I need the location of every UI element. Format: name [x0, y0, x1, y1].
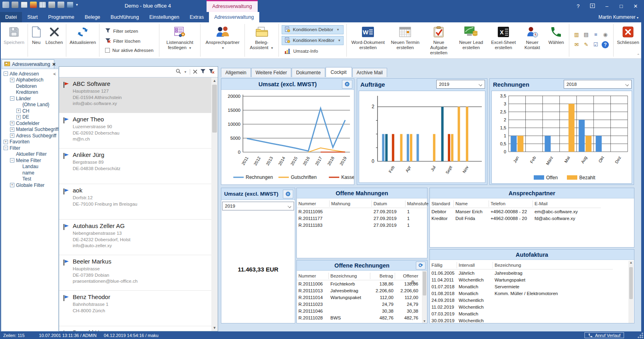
neu-button[interactable]: Neu: [29, 23, 44, 57]
print-icon[interactable]: [48, 2, 55, 8]
checklist-icon[interactable]: ☑: [592, 41, 599, 48]
anruf-verlauf-button[interactable]: Anruf Verlauf: [584, 332, 624, 338]
table-row[interactable]: R.20111013Jahresbeitrag2.206,602.206,60: [297, 287, 420, 294]
ansprechpartner-button[interactable]: Ansprechpartner▼: [202, 23, 243, 57]
tree-item--ohne-land-[interactable]: {Ohne Land}: [2, 102, 58, 108]
close-button[interactable]: ✕: [632, 3, 639, 9]
expand-icon[interactable]: +: [10, 127, 14, 132]
excel-sheet-button[interactable]: X Excel-Sheet erstellen: [487, 23, 520, 57]
collapse-icon[interactable]: −: [4, 71, 8, 76]
year-select[interactable]: 2019: [222, 202, 294, 210]
menu-belege[interactable]: Belege: [80, 12, 105, 22]
tab-cockpit[interactable]: Cockpit: [326, 67, 352, 77]
table-row[interactable]: KreditorDoll Frida+4962-00088 - 20fd@abc…: [430, 215, 601, 222]
beleg-assistent-button[interactable]: Beleg-Assistent ▼: [246, 23, 277, 57]
email-icon[interactable]: ✉: [573, 41, 580, 48]
listenansicht-button[interactable]: Listenansicht festlegen ▼: [161, 23, 199, 57]
waehlen-button[interactable]: Wählen: [545, 23, 568, 57]
table-row[interactable]: 07.03.2019Monatlich: [430, 310, 613, 317]
collapse-icon[interactable]: −: [10, 158, 14, 163]
nur-aktive-adressen-checkbox[interactable]: Nur aktive Adressen: [102, 47, 156, 54]
tree-item-de[interactable]: +DE: [2, 114, 58, 121]
umsatz-small-icon[interactable]: ▥: [573, 31, 580, 38]
notes-icon[interactable]: ✎: [582, 41, 590, 48]
address-list-item[interactable]: Autohaus Zeller AGNebengrabenstrasse 13D…: [59, 220, 211, 255]
scroll-down-icon[interactable]: ▼: [422, 319, 427, 323]
menu-adressverwaltung-active[interactable]: Adressverwaltung: [209, 12, 259, 22]
minimize-button[interactable]: –: [603, 3, 610, 9]
tree-item-favoriten[interactable]: +Favoriten: [2, 139, 58, 145]
filter-loeschen-button[interactable]: Filter löschen: [102, 37, 156, 45]
search-options-icon[interactable]: ▼: [184, 70, 187, 74]
chart-icon[interactable]: [30, 2, 37, 8]
clear-icon[interactable]: [193, 68, 197, 75]
expand-icon[interactable]: +: [10, 121, 14, 125]
year-select[interactable]: 2019: [436, 80, 485, 89]
filter-setzen-button[interactable]: Filter setzen: [102, 27, 156, 35]
menu-datei[interactable]: Datei: [0, 12, 22, 22]
address-list-item[interactable]: Agner TheoLuzernerstrasse 90DE-02692 Dob…: [59, 113, 211, 149]
user-menu[interactable]: Martin Kummerer ▾: [598, 12, 638, 23]
scroll-up-icon[interactable]: ▲: [211, 77, 218, 84]
table-row[interactable]: DebitorManser Erich+4962-00088 - 22em@ab…: [430, 208, 601, 215]
help-button[interactable]: ?: [574, 3, 582, 9]
tree-item-l-nder[interactable]: −Länder: [2, 95, 58, 102]
maximize-button[interactable]: □: [618, 3, 625, 9]
table-row[interactable]: 24.09.2018Wöchentlich: [430, 297, 613, 303]
neuen-termin-button[interactable]: Neuen Termin erstellen: [388, 23, 422, 57]
print-preview-icon[interactable]: [21, 2, 28, 8]
address-list-item[interactable]: Beeler MarkusHauptstrasseDE-07389 Dobian…: [59, 255, 211, 291]
pin-window-button[interactable]: [589, 3, 596, 9]
table-row[interactable]: R.2011109527.09.20191: [297, 208, 429, 215]
scroll-down-icon[interactable]: ▼: [211, 325, 218, 331]
grid-icon[interactable]: [39, 2, 46, 8]
collapse-icon[interactable]: −: [10, 96, 14, 101]
konditionen-debitor-button[interactable]: Konditionen Debitor▼: [282, 25, 344, 34]
table-scrollbar[interactable]: ▲: [628, 261, 634, 323]
tree-item-kreditoren[interactable]: Kreditoren: [2, 89, 58, 96]
toolbar-options-icon[interactable]: ▾: [76, 2, 78, 8]
tree-item-name[interactable]: name: [2, 170, 58, 176]
scroll-thumb[interactable]: [212, 85, 217, 133]
gear-icon[interactable]: ⚙: [342, 80, 352, 89]
tree-item-ch[interactable]: +CH: [2, 108, 58, 114]
tree-item-test[interactable]: Test: [2, 176, 58, 182]
tree-item-landau[interactable]: Landau: [2, 164, 58, 170]
umsatz-info-button[interactable]: Umsatz-Info: [282, 47, 344, 56]
resize-grip[interactable]: [638, 333, 643, 338]
menu-extras[interactable]: Extras: [185, 12, 209, 22]
tree-item-globale-filter[interactable]: +Globale Filter: [2, 182, 58, 188]
neue-aufgabe-button[interactable]: Neue Aufgabe erstellen: [422, 23, 455, 57]
search-icon[interactable]: [176, 68, 181, 75]
tab-dokumente[interactable]: Dokumente: [292, 68, 325, 77]
tree-collapse-icon[interactable]: <: [54, 71, 56, 76]
dock-close-icon[interactable]: ✕: [52, 62, 56, 67]
scroll-thumb[interactable]: [629, 267, 633, 299]
expand-icon[interactable]: +: [10, 78, 14, 82]
search-input[interactable]: [59, 68, 176, 76]
scroll-thumb[interactable]: [423, 272, 426, 295]
address-list-item[interactable]: ABC SoftwareHauptstrasse 127DE-01594 Alt…: [59, 77, 211, 113]
filter-clear-icon[interactable]: [209, 68, 215, 75]
expand-icon[interactable]: +: [10, 183, 14, 187]
word-dokument-button[interactable]: W Word-Dokument erstellen: [348, 23, 388, 57]
table-row[interactable]: R.20111014Wartungspaket112,00112,00: [297, 294, 420, 301]
tree-item-meine-filter[interactable]: −Meine Filter: [2, 157, 58, 164]
year-select[interactable]: 2018: [564, 80, 632, 89]
table-row[interactable]: 01.06.2005JährlichJahresbeitrag: [430, 270, 613, 276]
expand-icon[interactable]: +: [10, 133, 14, 138]
tree-item-codefelder[interactable]: +Codefelder: [2, 120, 58, 127]
table-row[interactable]: 11.02.2019Wöchentlich: [430, 303, 613, 310]
collapse-icon[interactable]: −: [4, 146, 8, 150]
tree-item-filter[interactable]: −Filter: [2, 145, 58, 151]
table-row[interactable]: R.20111028BWS482,76482,76: [297, 314, 420, 321]
neuer-lead-button[interactable]: Neuer Lead erstellen: [455, 23, 487, 57]
table-row[interactable]: R.2011102324,7924,79: [297, 301, 420, 307]
address-list-item[interactable]: Benz TheodorBahnhofstrasse 1CH-8000 Züri…: [59, 291, 211, 326]
cd-icon[interactable]: ◉: [602, 31, 609, 38]
screenshot-icon[interactable]: [67, 2, 74, 8]
menu-buchführung[interactable]: Buchführung: [105, 12, 144, 22]
konditionen-kreditor-button[interactable]: Konditionen Kreditor▼: [282, 36, 344, 45]
neuer-kontakt-button[interactable]: Neuer Kontakt: [520, 23, 545, 57]
link-icon[interactable]: [2, 2, 9, 8]
